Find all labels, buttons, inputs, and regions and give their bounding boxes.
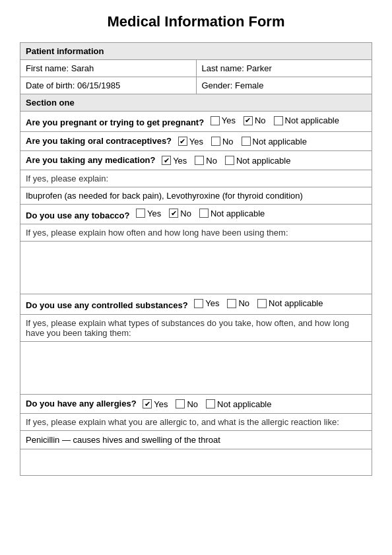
section-one-header: Section one [20, 94, 372, 112]
q6-yes-item[interactable]: ✔ Yes [143, 399, 168, 409]
patient-info-header: Patient information [20, 43, 372, 60]
q5-yes-item[interactable]: Yes [194, 298, 219, 308]
q5-label: Do you use any controlled substances? [26, 300, 188, 310]
q3-row: Are you taking any medication? ✔ Yes No … [20, 150, 372, 170]
q2-na-item[interactable]: Not applicable [242, 137, 307, 147]
q5-yes-checkbox[interactable] [194, 299, 203, 308]
q3-label: Are you taking any medication? [26, 155, 156, 165]
q3-yes-checkbox[interactable]: ✔ [162, 156, 171, 165]
q2-yes-item[interactable]: ✔ Yes [178, 137, 203, 147]
q3-explain-label-cell: If yes, please explain: [20, 170, 372, 187]
q3-yes-item[interactable]: ✔ Yes [162, 156, 187, 166]
q2-yes-checkbox[interactable]: ✔ [178, 137, 187, 146]
q5-na-item[interactable]: Not applicable [257, 298, 323, 308]
q5-no-checkbox[interactable] [227, 299, 236, 308]
q6-no-checkbox[interactable] [176, 399, 185, 408]
q1-no-label: No [255, 115, 266, 125]
q1-yes-label: Yes [222, 115, 236, 125]
q6-yes-checkbox[interactable]: ✔ [143, 399, 152, 408]
q2-no-label: No [222, 137, 234, 147]
q4-explain-label-row: If yes, please explain how often and how… [20, 224, 372, 242]
last-name-value: Parker [246, 63, 271, 73]
q6-explain-label-cell: If yes, please explain what you are alle… [20, 413, 372, 430]
q5-na-label: Not applicable [269, 298, 323, 308]
q3-na-item[interactable]: Not applicable [225, 156, 290, 166]
q1-no-checkbox[interactable]: ✔ [244, 116, 253, 125]
q4-na-item[interactable]: Not applicable [199, 209, 265, 218]
q6-explain-text-row: Penicillin — causes hives and swelling o… [20, 430, 372, 449]
q6-na-label: Not applicable [217, 399, 271, 409]
q5-explain-label-cell: If yes, please explain what types of sub… [20, 314, 372, 341]
q2-row: Are you taking oral contraceptives? ✔ Ye… [20, 131, 372, 150]
q5-na-checkbox[interactable] [257, 299, 267, 308]
gender-value: Female [235, 81, 263, 90]
q4-cell: Do you use any tobacco? Yes ✔ No Not app… [20, 204, 372, 224]
section-one-header-row: Section one [20, 94, 372, 112]
q3-no-label: No [206, 156, 217, 166]
q3-na-label: Not applicable [236, 156, 290, 166]
q5-yes-label: Yes [205, 298, 219, 308]
q2-no-item[interactable]: No [211, 137, 234, 147]
dob-label: Date of birth: [26, 81, 75, 90]
q1-yes-checkbox[interactable] [211, 116, 220, 125]
q1-na-item[interactable]: Not applicable [274, 115, 339, 125]
q6-explain-text-cell: Penicillin — causes hives and swelling o… [20, 430, 372, 449]
q3-na-checkbox[interactable] [225, 156, 234, 165]
q4-no-item[interactable]: ✔ No [169, 209, 191, 218]
q6-explain-label-row: If yes, please explain what you are alle… [20, 413, 372, 430]
q1-cell: Are you pregnant or trying to get pregna… [20, 112, 372, 132]
q4-label: Do you use any tobacco? [26, 210, 129, 220]
q1-no-item[interactable]: ✔ No [244, 115, 266, 125]
form-title: Medical Information Form [20, 13, 372, 30]
q3-no-checkbox[interactable] [195, 156, 204, 165]
form-table: Patient information First name: Sarah La… [20, 42, 372, 476]
bottom-empty-cell [20, 449, 372, 475]
q6-explain-text: Penicillin — causes hives and swelling o… [26, 435, 366, 445]
q3-explain-text-cell: Ibuprofen (as needed for back pain), Lev… [20, 187, 372, 204]
first-name-cell: First name: Sarah [20, 60, 197, 77]
q5-cell: Do you use any controlled substances? Ye… [20, 294, 372, 315]
q3-checkbox-group: ✔ Yes No Not applicable [162, 156, 296, 166]
q4-row: Do you use any tobacco? Yes ✔ No Not app… [20, 204, 372, 224]
q1-checkbox-group: Yes ✔ No Not applicable [211, 115, 344, 125]
q4-na-checkbox[interactable] [199, 209, 209, 218]
q5-row: Do you use any controlled substances? Ye… [20, 294, 372, 315]
q4-na-label: Not applicable [211, 209, 265, 218]
q3-yes-label: Yes [173, 156, 187, 166]
q4-yes-label: Yes [147, 209, 161, 218]
q5-no-item[interactable]: No [227, 298, 249, 308]
last-name-cell: Last name: Parker [196, 60, 372, 77]
q6-na-checkbox[interactable] [206, 399, 215, 408]
q6-no-item[interactable]: No [176, 399, 198, 409]
q1-na-label: Not applicable [285, 115, 339, 125]
q4-yes-checkbox[interactable] [136, 209, 145, 218]
q4-explain-text [26, 245, 366, 288]
q5-explain-label-row: If yes, please explain what types of sub… [20, 314, 372, 341]
gender-cell: Gender: Female [196, 77, 372, 94]
q6-label: Do you have any allergies? [26, 399, 137, 408]
q5-no-label: No [238, 298, 249, 308]
q2-na-checkbox[interactable] [242, 137, 251, 146]
q4-yes-item[interactable]: Yes [136, 209, 161, 218]
q4-checkbox-group: Yes ✔ No Not applicable [136, 209, 270, 218]
q4-explain-label-cell: If yes, please explain how often and how… [20, 224, 372, 242]
q4-no-checkbox[interactable]: ✔ [169, 209, 178, 218]
q5-explain-text [26, 345, 366, 388]
q2-na-label: Not applicable [253, 137, 307, 147]
q5-explain-text-row [20, 341, 372, 394]
q2-no-checkbox[interactable] [211, 137, 220, 146]
name-row: First name: Sarah Last name: Parker [20, 60, 372, 77]
q3-no-item[interactable]: No [195, 156, 217, 166]
patient-info-header-row: Patient information [20, 43, 372, 60]
q6-checkbox-group: ✔ Yes No Not applicable [143, 399, 277, 409]
dob-gender-row: Date of birth: 06/15/1985 Gender: Female [20, 77, 372, 94]
q4-explain-text-row [20, 242, 372, 294]
q3-explain-text-row: Ibuprofen (as needed for back pain), Lev… [20, 187, 372, 204]
q6-na-item[interactable]: Not applicable [206, 399, 271, 409]
first-name-label: First name: [26, 63, 69, 73]
q1-na-checkbox[interactable] [274, 116, 283, 125]
gender-label: Gender: [202, 81, 233, 90]
q3-cell: Are you taking any medication? ✔ Yes No … [20, 150, 372, 170]
q1-yes-item[interactable]: Yes [211, 115, 236, 125]
dob-value: 06/15/1985 [77, 81, 120, 90]
